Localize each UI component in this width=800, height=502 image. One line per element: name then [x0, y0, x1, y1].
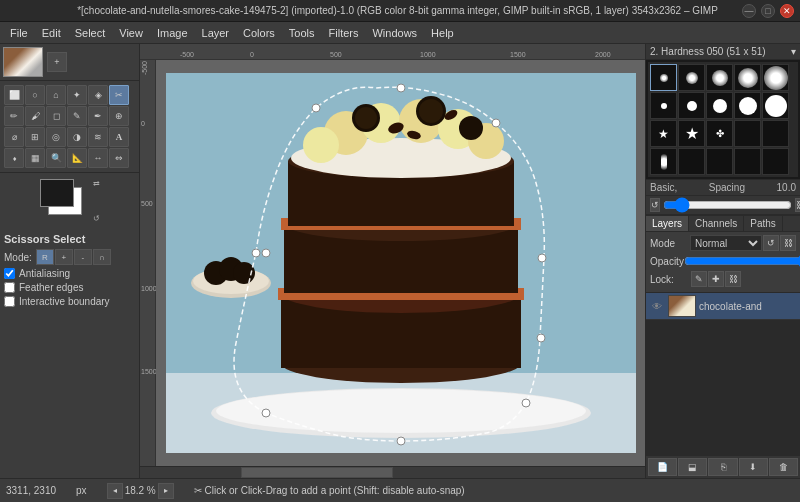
- tool-paths[interactable]: ✏: [4, 106, 24, 126]
- reset-colors-icon[interactable]: ↺: [93, 214, 100, 223]
- spacing-chain-icon[interactable]: ⛓: [795, 198, 800, 212]
- tool-paintbrush[interactable]: 🖌: [25, 106, 45, 126]
- tool-ellipse-select[interactable]: ○: [25, 85, 45, 105]
- brush-item[interactable]: [678, 148, 705, 175]
- brush-item[interactable]: [762, 148, 789, 175]
- tool-bucket-fill[interactable]: ⬧: [4, 148, 24, 168]
- brush-item[interactable]: [706, 64, 733, 91]
- foreground-color[interactable]: [40, 179, 74, 207]
- antialiasing-checkbox[interactable]: [4, 268, 15, 279]
- menu-view[interactable]: View: [113, 25, 149, 41]
- interactive-checkbox[interactable]: [4, 296, 15, 307]
- spacing-slider[interactable]: [663, 199, 792, 211]
- menu-colors[interactable]: Colors: [237, 25, 281, 41]
- menu-edit[interactable]: Edit: [36, 25, 67, 41]
- sel-point[interactable]: [397, 437, 405, 445]
- mode-add[interactable]: +: [55, 249, 73, 265]
- tool-flip[interactable]: ⇔: [109, 148, 129, 168]
- brush-item[interactable]: [706, 92, 733, 119]
- brush-item[interactable]: [734, 92, 761, 119]
- brush-panel-arrow[interactable]: ▾: [791, 46, 796, 57]
- duplicate-layer-button[interactable]: ⎘: [708, 458, 737, 476]
- brush-item[interactable]: ✤: [706, 120, 733, 147]
- lock-pixels-icon[interactable]: ✎: [691, 271, 707, 287]
- new-document-button[interactable]: +: [47, 52, 67, 72]
- sel-point[interactable]: [262, 249, 270, 257]
- swap-colors-icon[interactable]: ⇄: [93, 179, 100, 188]
- brush-item[interactable]: ★: [650, 120, 677, 147]
- tool-fuzzy-select[interactable]: ✦: [67, 85, 87, 105]
- mode-chain-icon[interactable]: ⛓: [780, 235, 796, 251]
- brush-item[interactable]: [650, 92, 677, 119]
- scrollbar-thumb[interactable]: [241, 467, 393, 478]
- menu-help[interactable]: Help: [425, 25, 460, 41]
- brush-item[interactable]: [650, 64, 677, 91]
- menu-select[interactable]: Select: [69, 25, 112, 41]
- feather-checkbox[interactable]: [4, 282, 15, 293]
- menu-filters[interactable]: Filters: [323, 25, 365, 41]
- tool-clone[interactable]: ⊕: [109, 106, 129, 126]
- zoom-in-button[interactable]: ▸: [158, 483, 174, 499]
- tool-rect-select[interactable]: ⬜: [4, 85, 24, 105]
- cake-canvas[interactable]: [166, 73, 636, 453]
- brush-item[interactable]: ★: [678, 120, 705, 147]
- tool-scissors[interactable]: ✂: [109, 85, 129, 105]
- menu-windows[interactable]: Windows: [366, 25, 423, 41]
- tool-pencil[interactable]: ✎: [67, 106, 87, 126]
- sel-point[interactable]: [397, 84, 405, 92]
- menu-tools[interactable]: Tools: [283, 25, 321, 41]
- menu-image[interactable]: Image: [151, 25, 194, 41]
- sel-point[interactable]: [522, 399, 530, 407]
- new-layer-button[interactable]: 📄: [648, 458, 677, 476]
- menu-file[interactable]: File: [4, 25, 34, 41]
- mode-replace[interactable]: R: [36, 249, 54, 265]
- delete-layer-button[interactable]: 🗑: [769, 458, 798, 476]
- brush-item[interactable]: [734, 148, 761, 175]
- tool-blur[interactable]: ◎: [46, 127, 66, 147]
- brush-item[interactable]: [678, 64, 705, 91]
- tool-ink[interactable]: ✒: [88, 106, 108, 126]
- document-thumbnail[interactable]: [3, 47, 43, 77]
- sel-point[interactable]: [538, 254, 546, 262]
- menu-layer[interactable]: Layer: [196, 25, 236, 41]
- mode-intersect[interactable]: ∩: [93, 249, 111, 265]
- layer-row[interactable]: 👁 chocolate-and: [646, 293, 800, 320]
- tool-smudge[interactable]: ≋: [88, 127, 108, 147]
- brush-item[interactable]: [650, 148, 677, 175]
- opacity-slider[interactable]: [684, 255, 800, 267]
- brush-item[interactable]: [762, 64, 789, 91]
- tool-transform[interactable]: ↔: [88, 148, 108, 168]
- brush-item[interactable]: [734, 120, 761, 147]
- tool-select-by-color[interactable]: ◈: [88, 85, 108, 105]
- sel-point[interactable]: [537, 334, 545, 342]
- close-button[interactable]: ✕: [780, 4, 794, 18]
- mode-select[interactable]: Normal Multiply Screen: [690, 235, 762, 251]
- brush-item[interactable]: [762, 120, 789, 147]
- sel-point[interactable]: [312, 104, 320, 112]
- brush-item[interactable]: [734, 64, 761, 91]
- sel-point[interactable]: [492, 119, 500, 127]
- tool-eraser[interactable]: ◻: [46, 106, 66, 126]
- tool-color-picker[interactable]: 🔍: [46, 148, 66, 168]
- zoom-out-button[interactable]: ◂: [107, 483, 123, 499]
- tab-channels[interactable]: Channels: [689, 216, 744, 231]
- sel-point[interactable]: [262, 409, 270, 417]
- tool-blend[interactable]: ▦: [25, 148, 45, 168]
- tab-layers[interactable]: Layers: [646, 216, 689, 231]
- brush-item[interactable]: [762, 92, 789, 119]
- tool-text[interactable]: A: [109, 127, 129, 147]
- lock-position-icon[interactable]: ✚: [708, 271, 724, 287]
- brush-item[interactable]: [706, 148, 733, 175]
- maximize-button[interactable]: □: [761, 4, 775, 18]
- lock-all-icon[interactable]: ⛓: [725, 271, 741, 287]
- brush-item[interactable]: [678, 92, 705, 119]
- sel-point[interactable]: [252, 249, 260, 257]
- minimize-button[interactable]: —: [742, 4, 756, 18]
- tool-free-select[interactable]: ⌂: [46, 85, 66, 105]
- mode-reset-icon[interactable]: ↺: [763, 235, 779, 251]
- tool-heal[interactable]: ⌀: [4, 127, 24, 147]
- new-layer-from-visible[interactable]: ⬓: [678, 458, 707, 476]
- mode-subtract[interactable]: -: [74, 249, 92, 265]
- tool-perspective-clone[interactable]: ⊞: [25, 127, 45, 147]
- merge-down-button[interactable]: ⬇: [739, 458, 768, 476]
